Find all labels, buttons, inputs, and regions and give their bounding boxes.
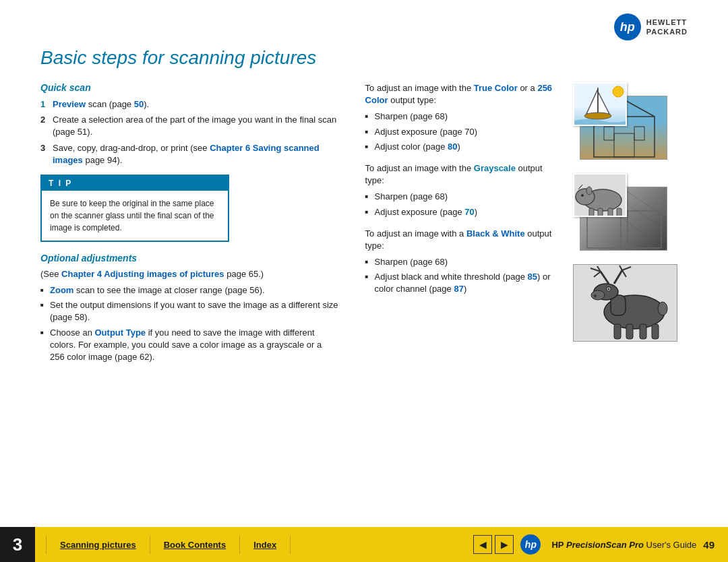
svg-rect-40 <box>614 324 621 339</box>
sailboat-image <box>573 82 627 126</box>
hp-logo-text: HEWLETT PACKARD <box>646 18 688 37</box>
footer-link-contents[interactable]: Book Contents <box>150 536 240 554</box>
sailboat-svg <box>574 84 627 126</box>
footer-brand-suffix: User's Guide <box>644 540 696 550</box>
bw-intro: To adjust an image with a Black & White … <box>365 228 562 252</box>
bullet-exposure-2: Adjust exposure (page 70) <box>365 206 562 218</box>
bullet-color: Adjust color (page 80) <box>365 141 562 153</box>
optional-bullets: Zoom scan to see the image at closer ran… <box>40 284 338 363</box>
svg-rect-43 <box>652 324 659 339</box>
svg-line-36 <box>614 270 622 284</box>
bullet-sharpen-3: Sharpen (page 68) <box>365 256 562 268</box>
footer-product-name: PrecisionScan Pro <box>566 540 644 550</box>
footer-link-scanning[interactable]: Scanning pictures <box>46 536 150 554</box>
svg-line-39 <box>619 266 622 270</box>
step-2: 2 Create a selection area of the part of… <box>40 114 338 138</box>
svg-rect-5 <box>614 133 634 157</box>
optional-heading: Optional adjustments <box>40 253 338 263</box>
hp-logo-circle: hp <box>614 13 641 40</box>
svg-point-24 <box>581 194 584 197</box>
footer-brand: HP PrecisionScan Pro User's Guide <box>551 540 696 550</box>
color-intro: To adjust an image with the True Color o… <box>365 82 562 106</box>
svg-point-29 <box>594 294 597 297</box>
right-column: To adjust an image with the True Color o… <box>365 82 688 367</box>
image-group-1 <box>573 82 677 163</box>
bullet-zoom: Zoom scan to see the image at closer ran… <box>40 284 338 296</box>
footer-hp-logo: hp <box>520 534 541 555</box>
svg-point-44 <box>658 302 667 315</box>
footer-bar: 3 Scanning pictures Book Contents Index … <box>0 527 728 562</box>
moose-svg <box>574 265 677 342</box>
prev-page-button[interactable]: ◀ <box>473 535 492 554</box>
svg-line-32 <box>601 272 609 284</box>
adjust-section-color: To adjust an image with the True Color o… <box>365 82 562 153</box>
bullet-sharpen-2: Sharpen (page 68) <box>365 191 562 203</box>
tip-box: T I P Be sure to keep the original in th… <box>40 175 229 242</box>
bw-bullets: Sharpen (page 68) Adjust black and white… <box>365 256 562 296</box>
svg-rect-42 <box>640 324 646 339</box>
right-images <box>573 82 688 367</box>
image-group-2 <box>573 173 677 254</box>
bullet-sharpen-1: Sharpen (page 68) <box>365 111 562 123</box>
bullet-dimensions: Set the output dimensions if you want to… <box>40 299 338 323</box>
footer-page-number: 49 <box>703 539 715 551</box>
optional-intro: (See Chapter 4 Adjusting images of pictu… <box>40 269 338 279</box>
rhino-image <box>573 173 627 217</box>
svg-rect-20 <box>589 208 594 216</box>
bullet-output-type: Choose an Output Type if you need to sav… <box>40 327 338 364</box>
svg-rect-1 <box>604 127 614 140</box>
svg-line-38 <box>622 270 626 277</box>
grayscale-bullets: Sharpen (page 68) Adjust exposure (page … <box>365 191 562 218</box>
hp-logo: hp HEWLETT PACKARD <box>614 13 688 40</box>
grayscale-intro: To adjust an image with the Grayscale ou… <box>365 162 562 187</box>
bullet-threshold: Adjust black and white threshold (page 8… <box>365 271 562 295</box>
svg-rect-21 <box>598 208 603 216</box>
adjust-section-grayscale: To adjust an image with the Grayscale ou… <box>365 162 562 218</box>
left-column: Quick scan 1 Preview scan (page 50). 2 C… <box>40 82 338 367</box>
color-bullets: Sharpen (page 68) Adjust exposure (page … <box>365 111 562 153</box>
right-text-sections: To adjust an image with the True Color o… <box>365 82 562 367</box>
tip-header: T I P <box>42 176 228 191</box>
quick-scan-steps: 1 Preview scan (page 50). 2 Create a sel… <box>40 98 338 166</box>
quick-scan-heading: Quick scan <box>40 82 338 93</box>
step-1: 1 Preview scan (page 50). <box>40 98 338 111</box>
svg-rect-41 <box>626 324 633 339</box>
footer-chapter-number: 3 <box>0 527 35 562</box>
page-title: Basic steps for scanning pictures <box>40 47 688 69</box>
svg-point-19 <box>586 187 592 195</box>
adjust-section-bw: To adjust an image with a Black & White … <box>365 228 562 296</box>
svg-line-37 <box>622 267 631 270</box>
footer-hp-circle: hp <box>520 534 541 555</box>
tip-body: Be sure to keep the original in the same… <box>42 191 228 241</box>
moose-image <box>573 264 677 342</box>
svg-rect-22 <box>608 208 613 216</box>
footer-links: Scanning pictures Book Contents Index <box>35 536 473 554</box>
svg-line-34 <box>594 272 601 277</box>
svg-point-6 <box>613 86 624 97</box>
svg-marker-8 <box>598 92 609 114</box>
nav-arrows: ◀ ▶ <box>473 535 514 554</box>
footer-hp-text: HP <box>551 540 564 550</box>
rhino-svg <box>574 175 627 217</box>
svg-rect-2 <box>634 127 644 140</box>
next-page-button[interactable]: ▶ <box>495 535 514 554</box>
svg-rect-23 <box>617 208 621 216</box>
footer-right: ◀ ▶ hp HP PrecisionScan Pro User's Guide… <box>473 534 728 555</box>
step-3: 3 Save, copy, drag-and-drop, or print (s… <box>40 142 338 166</box>
svg-point-10 <box>584 113 611 119</box>
svg-marker-7 <box>586 89 598 114</box>
svg-line-4 <box>624 100 655 117</box>
bullet-exposure-1: Adjust exposure (page 70) <box>365 126 562 138</box>
svg-point-31 <box>608 288 610 290</box>
footer-link-index[interactable]: Index <box>240 536 291 554</box>
image-group-3 <box>573 264 677 342</box>
svg-point-28 <box>591 290 605 300</box>
